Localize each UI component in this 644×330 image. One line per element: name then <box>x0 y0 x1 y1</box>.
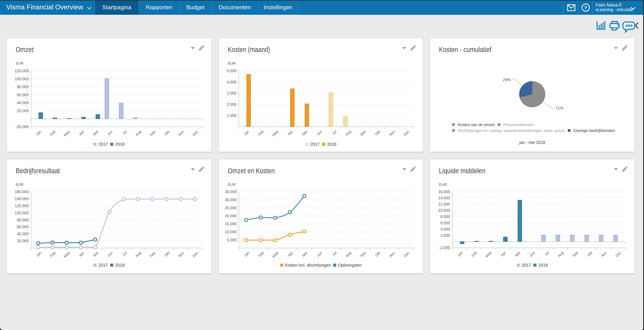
svg-text:10.000: 10.000 <box>438 208 450 213</box>
svg-text:10.000: 10.000 <box>225 230 236 234</box>
svg-text:100.000: 100.000 <box>15 77 29 81</box>
svg-text:Opbrengsten: Opbrengsten <box>338 263 362 267</box>
svg-text:Overige bedrijfskosten: Overige bedrijfskosten <box>573 128 615 133</box>
svg-text:16.000: 16.000 <box>438 190 450 194</box>
svg-text:3.000: 3.000 <box>227 91 236 95</box>
svg-text:Liquide middelen: Liquide middelen <box>439 167 486 175</box>
svg-text:60.000: 60.000 <box>17 93 29 97</box>
svg-text:2.000: 2.000 <box>227 102 236 107</box>
svg-text:EUR: EUR <box>16 61 24 65</box>
svg-text:4.000: 4.000 <box>227 80 236 84</box>
svg-text:Bedrijfsresultaat: Bedrijfsresultaat <box>16 167 60 175</box>
svg-text:-20.000: -20.000 <box>16 125 29 129</box>
svg-text:Visma Financial Overview: Visma Financial Overview <box>6 3 83 11</box>
svg-text:Rapporten: Rapporten <box>146 4 172 11</box>
svg-text:2017: 2017 <box>522 263 531 267</box>
svg-text:120.000: 120.000 <box>15 69 29 73</box>
svg-text:?: ? <box>584 5 587 11</box>
svg-text:20.000: 20.000 <box>17 239 29 243</box>
svg-text:120.000: 120.000 <box>15 204 29 208</box>
svg-text:eLearning - Articulate: eLearning - Articulate <box>596 7 633 12</box>
svg-text:Budget: Budget <box>186 4 204 11</box>
svg-text:2018: 2018 <box>327 142 336 147</box>
svg-text:Kosten incl. afschrijvingen: Kosten incl. afschrijvingen <box>285 263 331 267</box>
svg-text:Omzet en Kosten: Omzet en Kosten <box>228 167 275 175</box>
svg-text:Personeelskosten: Personeelskosten <box>503 122 534 127</box>
svg-text:40.000: 40.000 <box>17 101 29 105</box>
svg-text:2.000: 2.000 <box>440 233 450 238</box>
svg-text:5.000: 5.000 <box>227 238 236 242</box>
svg-text:2017: 2017 <box>98 263 108 267</box>
svg-text:Instellingen: Instellingen <box>264 4 292 11</box>
svg-text:Kosten (maand): Kosten (maand) <box>228 46 270 54</box>
svg-text:Startpagina: Startpagina <box>102 4 131 11</box>
svg-text:Kosten - cumulatief: Kosten - cumulatief <box>439 46 492 54</box>
svg-text:140.000: 140.000 <box>15 197 29 201</box>
svg-text:EUR: EUR <box>228 61 236 65</box>
svg-text:jan - mei 2018: jan - mei 2018 <box>519 140 545 145</box>
svg-text:Documenten: Documenten <box>219 4 251 11</box>
svg-text:Omzet: Omzet <box>16 46 34 54</box>
svg-text:25.000: 25.000 <box>225 206 236 210</box>
svg-text:12.000: 12.000 <box>438 202 450 206</box>
svg-text:Fatin Masa-E: Fatin Masa-E <box>596 3 622 8</box>
svg-text:60.000: 60.000 <box>17 225 29 229</box>
svg-text:40.000: 40.000 <box>17 232 29 236</box>
svg-text:EUR: EUR <box>439 182 447 187</box>
svg-text:EUR: EUR <box>228 182 236 187</box>
svg-text:2018: 2018 <box>115 142 125 147</box>
svg-text:Afschrijvingen en overige waar: Afschrijvingen en overige waardeverander… <box>458 128 565 133</box>
svg-text:1.000: 1.000 <box>227 113 236 118</box>
svg-text:2017: 2017 <box>98 142 108 147</box>
svg-text:35.000: 35.000 <box>225 190 236 194</box>
svg-text:8.000: 8.000 <box>440 214 450 219</box>
svg-text:29%: 29% <box>503 78 511 82</box>
svg-text:-2.000: -2.000 <box>439 246 450 250</box>
svg-text:30.000: 30.000 <box>225 198 236 202</box>
svg-text:14.000: 14.000 <box>438 196 450 200</box>
svg-text:20.000: 20.000 <box>17 109 29 113</box>
svg-text:100.000: 100.000 <box>15 211 29 215</box>
svg-text:5.000: 5.000 <box>227 69 236 73</box>
svg-text:71%: 71% <box>555 106 564 110</box>
svg-text:Kosten van de omzet: Kosten van de omzet <box>458 122 494 127</box>
svg-text:80.000: 80.000 <box>17 218 29 222</box>
svg-text:6.000: 6.000 <box>440 221 450 225</box>
svg-text:4.000: 4.000 <box>440 227 450 231</box>
svg-text:EUR: EUR <box>16 182 24 187</box>
svg-text:15.000: 15.000 <box>225 222 236 226</box>
svg-text:2017: 2017 <box>310 142 320 147</box>
svg-text:80.000: 80.000 <box>17 85 29 89</box>
svg-text:2018: 2018 <box>115 263 125 267</box>
svg-text:20.000: 20.000 <box>225 214 236 218</box>
svg-text:160.000: 160.000 <box>15 190 29 194</box>
svg-text:2018: 2018 <box>538 263 548 267</box>
